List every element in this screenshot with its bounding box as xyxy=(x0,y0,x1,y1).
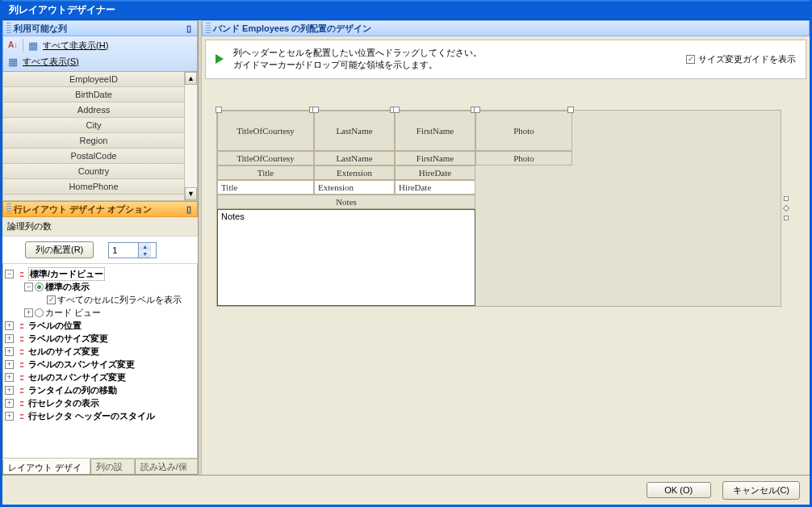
tree-expand-icon[interactable]: + xyxy=(5,412,14,421)
guide-checkbox-row[interactable]: ✓ サイズ変更ガイドを表示 xyxy=(686,53,796,65)
arrange-columns-button[interactable]: 列の配置(R) xyxy=(25,241,94,258)
resize-handles[interactable] xyxy=(784,196,789,220)
column-item[interactable]: Address xyxy=(3,103,184,118)
header-photo[interactable]: Photo xyxy=(475,111,572,151)
window-title: 列レイアウトデザイナー xyxy=(9,3,115,17)
input-extension[interactable]: Extension xyxy=(314,180,395,195)
tree-expand-icon[interactable]: + xyxy=(5,347,14,356)
show-all-link[interactable]: すべて表示(S) xyxy=(23,56,79,68)
tree-expand-icon[interactable]: + xyxy=(5,321,14,330)
standard-view-label[interactable]: 標準の表示 xyxy=(45,281,90,293)
radio-off-icon[interactable] xyxy=(35,308,44,317)
list-icon: ::: xyxy=(15,359,27,369)
tree-expand-icon[interactable]: + xyxy=(24,308,33,317)
column-list[interactable]: EmployeeIDBirthDateAddressCityRegionPost… xyxy=(3,72,184,200)
tree-item[interactable]: +:::行セレクタ ヘッダーのスタイル xyxy=(5,409,195,422)
ok-button[interactable]: OK (O) xyxy=(647,482,711,498)
column-item[interactable]: City xyxy=(3,118,184,133)
header-row: TitleOfCourtesy LastName FirstName Photo xyxy=(217,111,781,151)
radio-on-icon[interactable] xyxy=(35,283,44,291)
column-item[interactable]: BirthDate xyxy=(3,87,184,103)
column-item[interactable]: Region xyxy=(3,133,184,149)
tree-item-label: ラベルのスパンサイズ変更 xyxy=(28,358,135,371)
tab-load-save[interactable]: 読み込み/保存 xyxy=(135,459,198,475)
input-title[interactable]: Title xyxy=(217,180,314,195)
tree-item[interactable]: +:::ラベルの位置 xyxy=(5,319,195,332)
tree-item-label: 行セレクタ ヘッダーのスタイル xyxy=(28,410,155,422)
label-row-2: Title Extension HireDate xyxy=(217,166,781,180)
columns-toolbar: A↓ ▦ すべて非表示(H) ▦ すべて表示(S) xyxy=(2,36,198,72)
scroll-down-button[interactable]: ▼ xyxy=(185,187,197,200)
tree-item[interactable]: +:::ラベルのスパンサイズ変更 xyxy=(5,358,195,371)
header-lastname[interactable]: LastName xyxy=(314,111,395,151)
header-titleofcourtesy[interactable]: TitleOfCourtesy xyxy=(217,111,314,151)
label-lastname[interactable]: LastName xyxy=(314,151,395,166)
pin-icon[interactable]: ▯ xyxy=(184,204,194,214)
header-firstname[interactable]: FirstName xyxy=(395,111,475,151)
tree-collapse-icon[interactable]: − xyxy=(5,270,14,279)
spin-down-icon[interactable]: ▼ xyxy=(138,250,151,258)
sort-az-icon[interactable]: A↓ xyxy=(6,39,19,52)
label-notes[interactable]: Notes xyxy=(217,195,475,209)
tree-expand-icon[interactable]: + xyxy=(5,386,14,395)
spin-up-icon[interactable]: ▲ xyxy=(138,243,151,250)
card-view-label[interactable]: カード ビュー xyxy=(45,307,101,319)
design-canvas[interactable]: TitleOfCourtesy LastName FirstName Photo… xyxy=(205,82,806,471)
tab-column-settings[interactable]: 列の設定 xyxy=(90,459,135,475)
list-icon: ::: xyxy=(15,372,27,382)
label-titleofcourtesy[interactable]: TitleOfCourtesy xyxy=(217,151,314,166)
column-item[interactable]: Country xyxy=(3,164,184,179)
tree-item-label: セルのスパンサイズ変更 xyxy=(28,371,126,383)
list-icon: ::: xyxy=(15,321,27,330)
column-item[interactable]: EmployeeID xyxy=(3,72,184,87)
table-icon: ▦ xyxy=(6,55,19,68)
tree-item[interactable]: +:::行セレクタの表示 xyxy=(5,396,195,409)
label-hiredate[interactable]: HireDate xyxy=(395,166,475,180)
label-photo[interactable]: Photo xyxy=(475,151,572,166)
column-count-input[interactable] xyxy=(109,245,138,255)
checkbox-on-icon[interactable]: ✓ xyxy=(686,55,695,64)
pin-icon[interactable]: ▯ xyxy=(184,23,194,33)
checkbox-on-icon[interactable]: ✓ xyxy=(47,295,56,304)
tree-item[interactable]: +:::ラベルのサイズ変更 xyxy=(5,332,195,345)
tree-item[interactable]: +:::セルのサイズ変更 xyxy=(5,345,195,358)
layout-block[interactable]: TitleOfCourtesy LastName FirstName Photo… xyxy=(216,110,781,307)
logical-columns-label: 論理列の数 xyxy=(7,221,52,231)
tree-expand-icon[interactable]: + xyxy=(5,360,14,369)
input-notes[interactable]: Notes xyxy=(217,209,475,306)
tree-expand-icon[interactable]: + xyxy=(5,399,14,408)
design-header: バンド Employees の列配置のデザイン xyxy=(202,20,810,36)
tree-root-label[interactable]: 標準/カードビュー xyxy=(28,267,105,281)
scroll-track[interactable] xyxy=(185,85,197,187)
label-title[interactable]: Title xyxy=(217,166,314,180)
tree-item[interactable]: +:::セルのスパンサイズ変更 xyxy=(5,371,195,383)
column-item[interactable]: PostalCode xyxy=(3,149,184,164)
tree-expand-icon[interactable]: + xyxy=(5,334,14,343)
input-hiredate[interactable]: HireDate xyxy=(395,180,475,195)
column-list-wrap: EmployeeIDBirthDateAddressCityRegionPost… xyxy=(2,72,198,201)
tree-expand-icon[interactable]: + xyxy=(5,373,14,382)
label-row-1: TitleOfCourtesy LastName FirstName Photo xyxy=(217,151,781,166)
right-pane: バンド Employees の列配置のデザイン 列ヘッダーとセルを配置したい位置… xyxy=(202,20,810,475)
column-count-spinner[interactable]: ▲ ▼ xyxy=(108,242,157,258)
options-tree[interactable]: − ::: 標準/カードビュー − 標準の表示 ✓ すべてのセルに列ラベルを表示 xyxy=(2,264,198,459)
label-extension[interactable]: Extension xyxy=(314,166,395,180)
label-firstname[interactable]: FirstName xyxy=(395,151,475,166)
column-scrollbar[interactable]: ▲ ▼ xyxy=(184,72,197,200)
list-icon: ::: xyxy=(15,333,27,343)
main-splitter: 利用可能な列 ▯ A↓ ▦ すべて非表示(H) ▦ xyxy=(2,20,810,476)
tree-collapse-icon[interactable]: − xyxy=(24,283,33,291)
scroll-up-button[interactable]: ▲ xyxy=(185,72,197,85)
tree-item[interactable]: +:::ランタイムの列の移動 xyxy=(5,383,195,396)
left-pane: 利用可能な列 ▯ A↓ ▦ すべて非表示(H) ▦ xyxy=(2,20,199,475)
notes-label-row: Notes xyxy=(217,195,781,209)
design-header-text: バンド Employees の列配置のデザイン xyxy=(213,23,371,35)
play-icon xyxy=(216,54,224,64)
show-labels-label[interactable]: すべてのセルに列ラベルを表示 xyxy=(57,294,182,306)
grip-icon xyxy=(6,23,11,34)
column-item[interactable]: HomePhone xyxy=(3,179,184,195)
hide-all-link[interactable]: すべて非表示(H) xyxy=(43,40,108,52)
window-body: 利用可能な列 ▯ A↓ ▦ すべて非表示(H) ▦ xyxy=(2,20,810,505)
tab-layout-design[interactable]: レイアウト デザイン xyxy=(2,459,90,475)
cancel-button[interactable]: キャンセル(C) xyxy=(722,481,800,500)
